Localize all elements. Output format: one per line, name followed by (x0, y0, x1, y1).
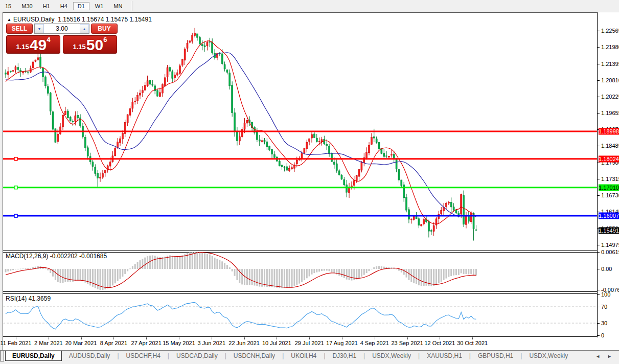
macd-histogram-bar (341, 269, 342, 277)
candle-body (450, 202, 452, 207)
tab-usdx-weekly[interactable]: USDX,Weekly (522, 351, 575, 361)
macd-histogram-bar (137, 262, 139, 269)
candle-body (326, 144, 328, 146)
tab-dj30-h1[interactable]: DJ30,H1 (325, 351, 363, 361)
buy-button[interactable]: BUY (91, 24, 118, 34)
tab-usdcad-daily[interactable]: USDCAD,Daily (169, 351, 225, 361)
macd-histogram-bar (172, 256, 173, 269)
level-handle[interactable] (14, 157, 17, 161)
macd-histogram-bar (37, 266, 39, 269)
buy-price-display[interactable]: 1.15 50 6 (63, 35, 117, 54)
candle-body (241, 129, 243, 137)
candle-body (84, 138, 86, 148)
indicator-tick-label: 0 (601, 332, 604, 338)
candle-body (353, 180, 355, 186)
ohlc-collapse-icon[interactable]: ▲ (7, 17, 11, 22)
candle-body (229, 73, 231, 86)
tab-audusd-daily[interactable]: AUDUSD,Daily (62, 351, 118, 361)
macd-histogram-bar (445, 269, 447, 279)
candle-body (17, 67, 19, 70)
timeframe-button-h4[interactable]: H4 (56, 2, 72, 10)
sell-button[interactable]: SELL (6, 24, 33, 34)
indicator-tick-label: 30 (601, 320, 607, 326)
chart-symbol-label: EURUSD,Daily (13, 16, 55, 23)
macd-histogram-bar (201, 252, 203, 269)
date-label: 30 Oct 2021 (457, 340, 488, 346)
sell-price-display[interactable]: 1.15 49 4 (6, 35, 60, 54)
indicator-tick-dash (598, 294, 600, 295)
candle-body (470, 213, 472, 222)
candle-body (44, 77, 46, 86)
macd-histogram-bar (435, 269, 437, 285)
tab-ukoil-h4[interactable]: UKOil,H4 (284, 351, 324, 361)
macd-histogram-bar (366, 269, 368, 273)
candle-body (117, 142, 119, 148)
candle-body (458, 213, 460, 214)
trading-app-window: 15M30H1H4D1W1MN 1.225651.219801.213951.2… (0, 0, 619, 364)
macd-histogram-bar (264, 269, 265, 287)
price-tick-label: 1.21395 (601, 61, 619, 67)
candle-body (461, 195, 462, 214)
volume-input[interactable]: 3.00 (44, 24, 80, 33)
macd-histogram-bar (358, 269, 360, 278)
macd-histogram-bar (331, 269, 332, 272)
tab-usdchf-h4[interactable]: USDCHF,H4 (119, 351, 168, 361)
macd-histogram-bar (241, 269, 243, 284)
price-tick-dash (598, 64, 600, 64)
timeframe-button-m30[interactable]: M30 (17, 2, 37, 10)
candle-body (234, 113, 236, 132)
indicator-tick-label: 0.006193 (601, 249, 619, 255)
level-handle[interactable] (14, 214, 17, 217)
rsi-chart[interactable] (3, 293, 597, 336)
candle-body (423, 219, 425, 224)
macd-histogram-bar (369, 269, 370, 271)
candle-body (100, 177, 101, 178)
timeframe-button-mn[interactable]: MN (109, 2, 127, 10)
price-axis[interactable]: 1.225651.219801.213951.208101.202251.196… (597, 12, 619, 337)
timeframe-button-w1[interactable]: W1 (90, 2, 108, 10)
macd-histogram-bar (450, 269, 452, 276)
candle-body (311, 134, 313, 138)
tab-gbpusd-h1[interactable]: GBPUSD,H1 (471, 351, 520, 361)
candle-body (430, 231, 432, 232)
macd-histogram-bar (426, 269, 427, 286)
timeframe-button-h1[interactable]: H1 (38, 2, 55, 10)
candle-body (50, 93, 51, 111)
volume-decrease-icon[interactable]: ▼ (35, 24, 44, 33)
timeframe-button-d1[interactable]: D1 (73, 2, 89, 10)
tabs-scroll-left-icon[interactable]: ◄ (595, 354, 600, 359)
buy-price-big: 50 (86, 38, 103, 52)
date-axis[interactable]: 11 Feb 20212 Mar 202120 Mar 20218 Apr 20… (3, 337, 597, 350)
price-tick-dash (598, 245, 600, 245)
level-handle[interactable] (14, 186, 17, 189)
candle-body (179, 66, 180, 74)
date-tick (342, 337, 342, 339)
candle-body (221, 54, 223, 64)
candle-body (266, 142, 268, 147)
candle-body (269, 146, 270, 150)
date-tick (309, 337, 310, 339)
date-label: 2 Mar 2021 (34, 340, 63, 346)
tab-xauusd-h1[interactable]: XAUUSD,H1 (420, 351, 469, 361)
candle-body (475, 230, 477, 230)
tab-eurusd-daily[interactable]: EURUSD,Daily (5, 351, 62, 361)
candle-body (122, 133, 123, 139)
tabs-scroll-right-icon[interactable]: ► (607, 354, 612, 359)
timeframe-button-15[interactable]: 15 (1, 2, 16, 10)
macd-histogram-bar (132, 266, 133, 269)
symbol-tab-bar: EURUSD,DailyAUDUSD,Daily|USDCHF,H4|USDCA… (0, 350, 619, 364)
candle-body (316, 138, 317, 142)
candles-layer (5, 28, 477, 241)
macd-histogram-bar (309, 269, 310, 277)
candle-body (256, 132, 258, 140)
price-tick-dash (598, 80, 600, 81)
price-badge-1.18998: 1.18998 (599, 128, 619, 134)
tab-usdcnh-daily[interactable]: USDCNH,Daily (226, 351, 282, 361)
candle-body (12, 71, 14, 72)
volume-increase-icon[interactable]: ▲ (80, 24, 89, 33)
candle-body (137, 95, 139, 101)
macd-histogram-bar (181, 255, 183, 269)
macd-histogram-bar (363, 269, 365, 275)
tab-usdx-weekly[interactable]: USDX,Weekly (365, 351, 418, 361)
price-tick-dash (598, 97, 600, 97)
